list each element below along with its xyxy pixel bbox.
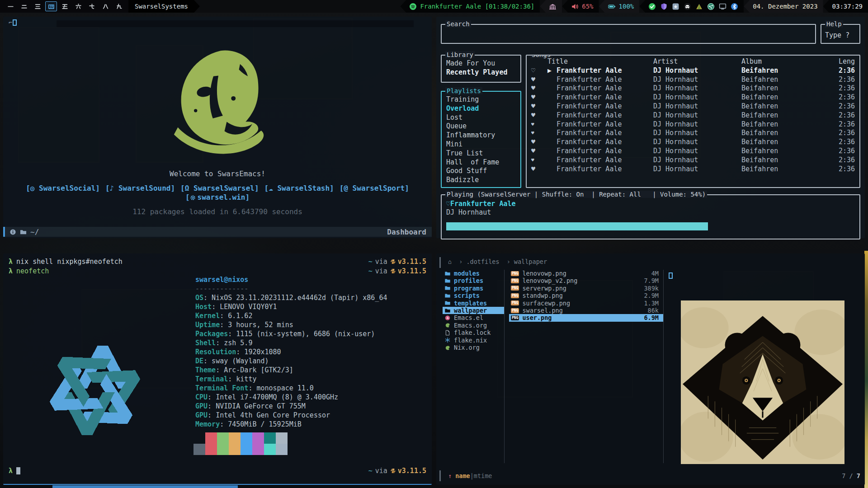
favorite-heart-icon[interactable]: ♥ [531, 156, 547, 165]
sort-secondary-key[interactable]: mtime [474, 472, 492, 479]
dashboard-link[interactable]: [◎ SwarselSocial] [26, 184, 100, 192]
wallpaper-gold-frame-edge [864, 251, 868, 488]
song-row[interactable]: ♥ Frankfurter Aale DJ Hornhaut Beifahren… [527, 147, 859, 156]
sort-direction-icon[interactable]: ↑ [448, 472, 452, 479]
heart-icon[interactable]: ♡ [446, 200, 450, 208]
favorite-heart-icon[interactable]: ♥ [531, 138, 547, 147]
file-row[interactable]: Emacs.el [443, 314, 504, 321]
playlist-item[interactable]: Badizzle [446, 176, 516, 185]
scroll-indicator [439, 470, 441, 481]
file-row[interactable]: PNG serverwp.png 389k [509, 285, 663, 292]
file-row[interactable]: PNG surfacewp.png 1.3M [509, 300, 663, 307]
favorite-heart-icon[interactable]: ♥ [531, 147, 547, 156]
file-row[interactable]: scripts [443, 292, 504, 299]
song-row[interactable]: ♥ Frankfurter Aale DJ Hornhaut Beifahren… [527, 138, 859, 147]
workspace-button[interactable] [59, 1, 71, 11]
file-row[interactable]: flake.nix [443, 337, 504, 344]
library-item[interactable]: Recently Played [446, 68, 516, 77]
file-row[interactable]: programs [443, 285, 504, 292]
song-row[interactable]: ♥ Frankfurter Aale DJ Hornhaut Beifahren… [527, 93, 859, 102]
seek-bar[interactable] [446, 222, 855, 230]
modeline-mode-name: Dashboard [387, 228, 426, 236]
workspace-button[interactable] [99, 1, 111, 11]
favorite-heart-icon[interactable]: ♡ [531, 66, 547, 75]
battery-widget[interactable]: 100% [599, 0, 640, 13]
vpn-tent-icon[interactable] [695, 3, 703, 10]
dashboard-link[interactable]: [☁ SwarselStash] [264, 184, 334, 192]
favorite-heart-icon[interactable]: ♥ [531, 120, 547, 129]
bluetooth-tray-icon[interactable] [731, 3, 738, 10]
song-row[interactable]: ♥ Frankfurter Aale DJ Hornhaut Beifahren… [527, 156, 859, 165]
search-input[interactable]: Search [441, 24, 816, 44]
playlist-item[interactable]: Good Stuff [446, 167, 516, 176]
favorite-heart-icon[interactable]: ♥ [531, 129, 547, 138]
favorite-heart-icon[interactable]: ♥ [531, 165, 547, 174]
volume-widget[interactable]: 65% [562, 0, 599, 13]
dashboard-link[interactable]: [@ SwarselSport] [340, 184, 409, 192]
playlist-item[interactable]: Inflammatory [446, 131, 516, 140]
workspace-button[interactable] [45, 1, 57, 11]
shell-prompt[interactable]: λ [9, 467, 20, 475]
song-row[interactable]: ♥ Frankfurter Aale DJ Hornhaut Beifahren… [527, 165, 859, 174]
file-row[interactable]: templates [443, 300, 504, 307]
song-row[interactable]: ♥ Frankfurter Aale DJ Hornhaut Beifahren… [527, 120, 859, 129]
dashboard-domain-link[interactable]: [ swarsel.win] [3, 193, 432, 202]
palette-swatch [193, 432, 205, 444]
workspace-button[interactable] [18, 1, 30, 11]
home-icon[interactable]: ⌂ [448, 258, 452, 265]
playlist-item[interactable]: Mini [446, 140, 516, 149]
playlist-item[interactable]: Queue [446, 122, 516, 131]
playlist-item[interactable]: Lost [446, 113, 516, 122]
song-row[interactable]: ♥ Frankfurter Aale DJ Hornhaut Beifahren… [527, 75, 859, 84]
file-row[interactable]: wallpaper [443, 307, 504, 314]
file-row[interactable]: Emacs.org [443, 322, 504, 329]
discord-tray-icon[interactable] [684, 3, 691, 10]
workspace-button[interactable] [86, 1, 98, 11]
file-row[interactable]: PNG swarsel.png 86k [509, 307, 663, 314]
workspace-button[interactable] [32, 1, 43, 11]
song-row[interactable]: ♥ Frankfurter Aale DJ Hornhaut Beifahren… [527, 111, 859, 120]
playlist-item[interactable]: Hall of Fame [446, 158, 516, 167]
syncthing-tray-icon[interactable] [707, 3, 715, 10]
display-tray-icon[interactable] [719, 3, 726, 10]
favorite-heart-icon[interactable]: ♥ [531, 102, 547, 111]
photos-tray-icon[interactable] [672, 3, 679, 10]
terminal-window[interactable]: λnix shell nixpkgs#neofetch ~viav3.11.5 … [3, 253, 432, 485]
favorite-heart-icon[interactable]: ♥ [531, 111, 547, 120]
playlist-item[interactable]: Training [446, 95, 516, 104]
favorite-heart-icon[interactable]: ♥ [531, 93, 547, 102]
file-row[interactable]: PNG standwp.png 2.9M [509, 292, 663, 299]
favorite-heart-icon[interactable]: ♥ [531, 75, 547, 84]
shield-tray-icon[interactable] [660, 3, 668, 10]
file-row[interactable]: flake.lock [443, 329, 504, 336]
dashboard-link[interactable]: [Ω SwarselSwarsel] [180, 184, 259, 192]
workspace-numeral-icon [75, 3, 82, 10]
idle-inhibitor-widget[interactable] [540, 0, 562, 13]
updates-ok-icon[interactable] [648, 3, 656, 10]
dashboard-link[interactable]: [♪ SwarselSound] [105, 184, 175, 192]
file-row[interactable]: PNG user.png 6.9M [509, 314, 663, 321]
song-row[interactable]: ♥ Frankfurter Aale DJ Hornhaut Beifahren… [527, 84, 859, 93]
workspace-button[interactable] [72, 1, 84, 11]
breadcrumb-part[interactable]: wallpaper [514, 258, 547, 265]
file-row[interactable]: PNG lenovowp_v2.png 7.9M [509, 277, 663, 284]
playlist-item[interactable]: True List [446, 149, 516, 158]
help-box-label: Help [825, 20, 843, 28]
sort-primary-key[interactable]: name [455, 472, 470, 479]
prompt-right-status: ~viav3.11.5 [368, 267, 426, 276]
now-playing-widget[interactable]: Frankfurter Aale [01:38/02:36] [400, 0, 540, 13]
song-row[interactable]: ♥ Frankfurter Aale DJ Hornhaut Beifahren… [527, 129, 859, 138]
library-item[interactable]: Made For You [446, 59, 516, 68]
file-row[interactable]: profiles [443, 277, 504, 284]
song-row[interactable]: ♡ ▶ Frankfurter Aale DJ Hornhaut Beifahr… [527, 66, 859, 75]
file-row[interactable]: modules [443, 270, 504, 277]
battery-icon [608, 3, 616, 10]
breadcrumb-part[interactable]: .dotfiles [466, 258, 499, 265]
file-row[interactable]: Nix.org [443, 344, 504, 351]
playlist-item[interactable]: Overload [446, 104, 516, 113]
workspace-button[interactable] [5, 1, 16, 11]
file-row[interactable]: PNG lenovowp.png 4M [509, 270, 663, 277]
favorite-heart-icon[interactable]: ♥ [531, 84, 547, 93]
song-row[interactable]: ♥ Frankfurter Aale DJ Hornhaut Beifahren… [527, 102, 859, 111]
workspace-button[interactable] [113, 1, 125, 11]
